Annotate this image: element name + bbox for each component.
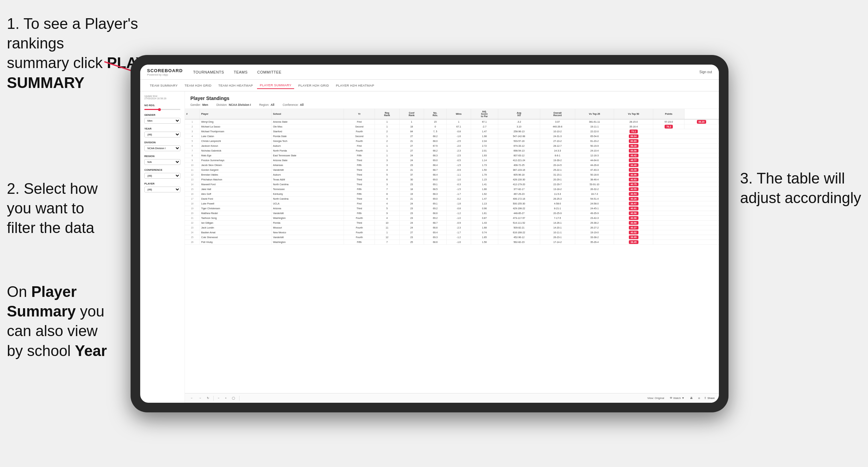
division-select[interactable]: NCAA Division I — [144, 145, 180, 151]
cell-r20-c11: 23-42-3 — [575, 216, 614, 221]
cell-r11-c11: 50-18-6 — [575, 173, 614, 177]
cell-r10-c1: Gordon Sargent — [200, 168, 271, 173]
cell-r0-c8: 67.1 — [471, 119, 498, 124]
cell-r0-c10: 3.07 — [540, 119, 575, 124]
cell-r13-c7: -0.3 — [447, 182, 471, 187]
cell-r0-c5: 1 — [399, 119, 424, 124]
cell-r18-c7: -0.8 — [447, 206, 471, 211]
nav-links: TOURNAMENTS TEAMS COMMITTEE — [193, 69, 699, 76]
sub-nav-team-summary[interactable]: TEAM SUMMARY — [147, 82, 180, 89]
cell-r2-c6: 7, 5 — [424, 129, 447, 134]
sign-out-link[interactable]: Sign out — [699, 70, 712, 74]
cell-r17-c2: UCLA — [271, 201, 344, 206]
gender-select[interactable]: Men — [144, 118, 180, 124]
sub-nav-team-h2h-grid[interactable]: TEAM H2H GRID — [182, 82, 214, 89]
share-button[interactable]: ⇧ Share — [704, 397, 715, 400]
toolbar-zoom-in[interactable]: + — [224, 396, 228, 400]
cell-r17-c3: First — [344, 201, 375, 206]
cell-r23-c7: -1.7 — [447, 230, 471, 235]
nav-committee[interactable]: COMMITTEE — [257, 69, 282, 76]
ann2b-bold1: PlayerSummary — [7, 283, 77, 320]
cell-r21-c12: 40.68 — [614, 221, 653, 225]
no-rds-slider[interactable] — [144, 109, 180, 110]
cell-r24-c10: 26-23-1 — [540, 235, 575, 240]
standings-region: Region: All — [259, 103, 274, 107]
cell-r24-c7: -1.2 — [447, 235, 471, 240]
year-select[interactable]: (All) — [144, 132, 180, 137]
cell-r19-c8: 1.61 — [471, 211, 498, 216]
cell-r1-c9: 3.10 — [498, 124, 540, 129]
toolbar-zoom-out[interactable]: − — [216, 396, 221, 400]
cell-r22-c1: Jack Lundin — [200, 225, 271, 230]
toolbar-forward[interactable]: → — [197, 396, 203, 400]
table-row: 11Gordon SargentVanderbiltThird42168.7-0… — [185, 168, 719, 173]
cell-r12-c5: 30 — [399, 177, 424, 182]
standings-region-value: All — [271, 103, 275, 107]
toolbar-print[interactable]: 🖶 — [689, 396, 694, 400]
cell-r14-c12: 40.55 — [614, 187, 653, 192]
cell-r25-c8: 1.56 — [471, 240, 498, 245]
player-select[interactable]: (All) — [144, 187, 180, 192]
cell-r20-c9: 473-117-57 — [498, 216, 540, 221]
cell-r19-c2: Vanderbilt — [271, 211, 344, 216]
cell-r16-c12: 40.26 — [614, 197, 653, 201]
table-container: # Player School Yr RegRank ConfRank No.R… — [185, 109, 719, 393]
cell-r19-c1: Matthew Riedel — [200, 211, 271, 216]
cell-r19-c3: Fifth — [344, 211, 375, 216]
cell-r3-c9: 547-142-98 — [498, 134, 540, 139]
cell-r24-c1: Cole Sherwood — [200, 235, 271, 240]
cell-r15-c4: 8 — [375, 192, 400, 197]
cell-r11-c9: 605-96-18 — [498, 173, 540, 177]
cell-r19-c12: 40.98 — [614, 211, 653, 216]
cell-r9-c9: 408-72-25 — [498, 163, 540, 168]
cell-r22-c0: 23 — [185, 225, 200, 230]
cell-r1-c7: 67.1 — [447, 124, 471, 129]
cell-r13-c12: 40.75 — [614, 182, 653, 187]
cell-r3-c6: 68.2 — [424, 134, 447, 139]
sub-nav-player-h2h-heatmap[interactable]: PLAYER H2H HEATMAP — [333, 82, 377, 89]
cell-r6-c3: Fourth — [344, 148, 375, 153]
table-row: 12Brendan ValdesAuburnThird53768.4-1.11.… — [185, 173, 719, 177]
region-select[interactable]: N/A — [144, 159, 180, 165]
cell-r6-c7: -2.3 — [447, 148, 471, 153]
cell-r16-c8: 1.47 — [471, 197, 498, 201]
cell-r0-c1: Wenyi Ding — [200, 119, 271, 124]
cell-r0-c2: Arizona State — [271, 119, 344, 124]
sub-nav-player-summary[interactable]: PLAYER SUMMARY — [257, 82, 294, 89]
sub-nav-team-h2h-heatmap[interactable]: TEAM H2H HEATMAP — [215, 82, 256, 89]
cell-r3-c4: 1 — [375, 134, 400, 139]
view-label[interactable]: View: Original — [646, 396, 666, 400]
nav-teams[interactable]: TEAMS — [234, 69, 247, 76]
conference-select[interactable]: (All) — [144, 173, 180, 179]
year-label: Year — [144, 127, 180, 130]
table-row: 21Taehoon SongWashingtonFourth42369.2-1.… — [185, 216, 719, 221]
toolbar-clock[interactable]: ◯ — [231, 396, 236, 400]
cell-r12-c12: 40.83 — [614, 177, 653, 182]
toolbar-grid[interactable]: ⧈ — [697, 396, 701, 401]
watch-label[interactable]: 👁 Watch ▼ — [668, 396, 686, 400]
cell-r2-c8: 1.47 — [471, 129, 498, 134]
cell-r10-c11: 47-40-3 — [575, 168, 614, 173]
cell-r5-c11: 50-19-9 — [575, 144, 614, 148]
toolbar-refresh[interactable]: ↻ — [205, 396, 211, 400]
cell-r21-c9: 514-111-52 — [498, 221, 540, 225]
cell-r9-c3: Fifth — [344, 163, 375, 168]
cell-r14-c9: 377-82-17 — [498, 187, 540, 192]
cell-r11-c3: Third — [344, 173, 375, 177]
standings-header: Player Standings Gender: Men Division: N… — [185, 91, 719, 109]
player-label: Player — [144, 182, 180, 185]
cell-r1-c13: 78.2 — [653, 124, 685, 129]
sub-nav-player-h2h-grid[interactable]: PLAYER H2H GRID — [296, 82, 332, 89]
cell-r18-c4: 5 — [375, 206, 400, 211]
cell-r7-c10: 8-6-1 — [540, 153, 575, 158]
cell-r2-c12: 73.1 — [614, 129, 653, 134]
toolbar-back[interactable]: ← — [189, 396, 194, 400]
points-value: 88.20 — [697, 120, 706, 124]
cell-r20-c12: 40.98 — [614, 216, 653, 221]
cell-r15-c7: -1.7 — [447, 192, 471, 197]
nav-tournaments[interactable]: TOURNAMENTS — [193, 69, 224, 76]
cell-r14-c6: 68.5 — [424, 187, 447, 192]
cell-r9-c8: 1.73 — [471, 163, 498, 168]
update-time-value: 27/03/2024 16:56:26 — [144, 97, 180, 100]
cell-r6-c6: 68.2 — [424, 148, 447, 153]
